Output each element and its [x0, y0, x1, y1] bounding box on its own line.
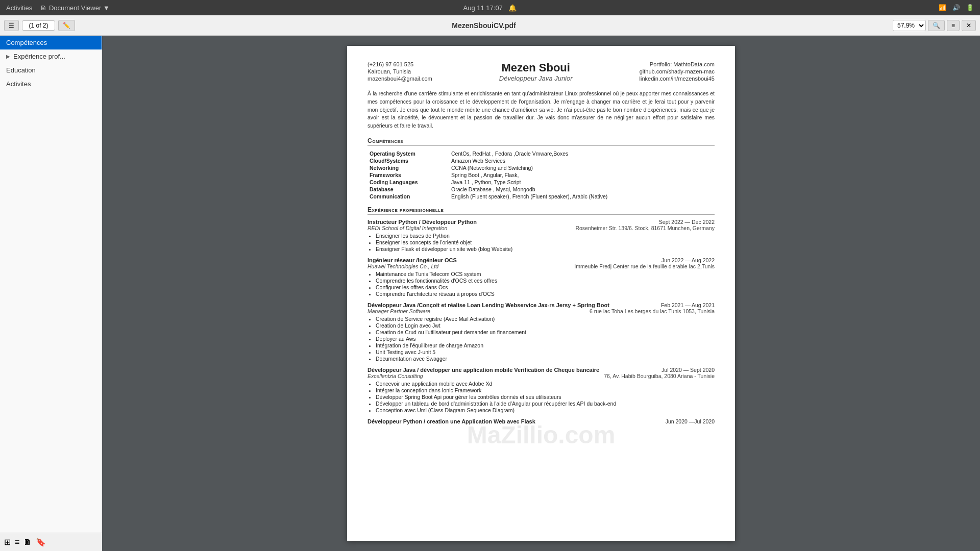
exp-bullet: Concevoir une application mobile avec Ad…: [376, 381, 715, 387]
document-title: MezenSbouiCV.pdf: [452, 21, 516, 30]
skill-label: Coding Languages: [368, 179, 449, 186]
exp-bullet: Maintenance de Tunis Telecom OCS system: [376, 271, 715, 277]
cv-contact: (+216) 97 601 525 Kairouan, Tunisia maze…: [368, 61, 432, 83]
experience-item: Développeur Java / développer une applic…: [368, 367, 715, 413]
skill-label: Database: [368, 186, 449, 193]
skill-value: CentOs, RedHat , Fedora ,Oracle Vmware,B…: [449, 150, 715, 157]
sidebar-toggle-btn[interactable]: ☰: [4, 20, 19, 31]
exp-bullet: Documentation avec Swagger: [376, 356, 715, 362]
skill-label: Operating System: [368, 150, 449, 157]
exp-title: Instructeur Python / Développeur Python: [368, 219, 477, 225]
cv-city: Kairouan, Tunisia: [368, 68, 432, 74]
sidebar-item-activites[interactable]: Activites: [0, 77, 102, 91]
cv-experience-section: Expérience professionnelle Instructeur P…: [368, 206, 715, 424]
exp-bullet: Deployer au Aws: [376, 336, 715, 342]
exp-bullet: Creation de Crud ou l'utilisateur peut d…: [376, 329, 715, 335]
skill-label: Networking: [368, 164, 449, 171]
exp-bullet: Creation de Service registre (Avec Mail …: [376, 316, 715, 322]
skill-value: English (Fluent speaker), French (Fluent…: [449, 193, 715, 200]
close-btn[interactable]: ✕: [962, 20, 976, 31]
exp-title: Développeur Python / creation une Applic…: [368, 418, 535, 424]
exp-bullet: Enseigner les concepts de l'orienté obje…: [376, 239, 715, 245]
skill-value: CCNA (Networking and Switching): [449, 164, 715, 171]
skill-value: Spring Boot , Angular, Flask,: [449, 171, 715, 179]
cv-portfolio: Portfolio: MathtoData.com: [640, 61, 715, 67]
skill-label: Communication: [368, 193, 449, 200]
exp-date: Jun 2022 — Aug 2022: [662, 257, 715, 263]
zoom-select[interactable]: 57.9%: [893, 20, 926, 31]
sidebar-item-education[interactable]: Education: [0, 63, 102, 77]
cv-phone: (+216) 97 601 525: [368, 61, 432, 67]
exp-header: Instructeur Python / Développeur Python …: [368, 219, 715, 225]
toolbar: ☰ (1 of 2) ✏️ MezenSbouiCV.pdf 57.9% 🔍 ≡…: [0, 15, 980, 36]
experience-item: Ingénieur réseaur /Ingénieur OCS Jun 202…: [368, 257, 715, 297]
exp-bullet: Configurer les offres dans Ocs: [376, 284, 715, 290]
menu-btn[interactable]: ≡: [947, 20, 960, 31]
app-menu[interactable]: 🗎 Document Viewer ▼: [40, 4, 110, 12]
app-chevron: ▼: [103, 4, 110, 12]
activities-menu[interactable]: Activities: [6, 4, 32, 12]
exp-org-location: REDI School of Digital Integration Rosen…: [368, 225, 715, 231]
skill-label: Frameworks: [368, 171, 449, 179]
exp-bullets: Maintenance de Tunis Telecom OCS systemC…: [376, 271, 715, 297]
edit-btn[interactable]: ✏️: [58, 20, 75, 31]
exp-date: Jul 2020 — Sept 2020: [662, 367, 715, 373]
exp-org: Excellentzia Consulting: [368, 373, 423, 379]
cv-links: Portfolio: MathtoData.com github.com/sha…: [640, 61, 715, 83]
sidebar-item-label: Expérience prof...: [13, 53, 65, 60]
cv-github: github.com/shady-mazen-mac: [640, 68, 715, 74]
cv-name: Mezen Sboui: [499, 61, 573, 74]
cv-linkedin: linkedin.com/in/mezensboui45: [640, 76, 715, 82]
battery-icon: 🔋: [966, 4, 974, 11]
exp-header: Développeur Python / creation une Applic…: [368, 418, 715, 424]
skill-value: Oracle Database , Mysql, Mongodb: [449, 186, 715, 193]
exp-org: Huawei Technologies Co., Ltd: [368, 263, 438, 269]
page-view-icon[interactable]: 🗎: [23, 538, 32, 547]
exp-bullet: Comprendre les fonctionnalités d'OCS et …: [376, 278, 715, 284]
exp-bullet: Développer un tableau de bord d'administ…: [376, 400, 715, 407]
bookmark-icon[interactable]: 🔖: [36, 537, 46, 547]
sidebar-item-label: Compétences: [6, 39, 47, 46]
competences-section-title: Compétences: [368, 137, 715, 146]
app-icon: 🗎: [40, 4, 47, 12]
skill-row: DatabaseOracle Database , Mysql, Mongodb: [368, 186, 715, 193]
watermark: MaZillio.com: [467, 421, 616, 449]
content-area[interactable]: (+216) 97 601 525 Kairouan, Tunisia maze…: [102, 36, 980, 551]
exp-header: Développeur Java /Conçoit et réalise Loa…: [368, 302, 715, 308]
exp-bullet: Intégrer la conception dans Ionic Framew…: [376, 387, 715, 393]
exp-bullet: Conception avec Uml (Class Diagram-Seque…: [376, 407, 715, 413]
experience-item: Développeur Java /Conçoit et réalise Loa…: [368, 302, 715, 362]
exp-bullet: Intégration de l'équilibreur de charge A…: [376, 342, 715, 348]
exp-location: Rosenheimer Str. 139/6. Stock, 81671 Mün…: [575, 225, 715, 231]
exp-date: Sept 2022 — Dec 2022: [659, 219, 715, 225]
sidebar-item-experience[interactable]: ▶ Expérience prof...: [0, 49, 102, 63]
exp-location: 76, Av. Habib Bourguiba, 2080 Ariana - T…: [604, 373, 715, 379]
skill-row: Cloud/SystemsAmazon Web Services: [368, 157, 715, 164]
page-input[interactable]: (1 of 2): [22, 20, 55, 31]
exp-bullet: Développer Spring Boot Api pour gérer le…: [376, 394, 715, 400]
sidebar-item-label: Activites: [6, 80, 31, 88]
sidebar-item-competences[interactable]: Compétences: [0, 36, 102, 49]
cv-summary: À la recherche d'une carrière stimulante…: [368, 90, 715, 130]
exp-location: 6 rue lac Toba Les berges du lac Tunis 1…: [590, 308, 715, 314]
skill-row: FrameworksSpring Boot , Angular, Flask,: [368, 171, 715, 179]
pdf-page: (+216) 97 601 525 Kairouan, Tunisia maze…: [347, 46, 735, 541]
grid-view-icon[interactable]: ⊞: [4, 537, 11, 547]
page-display: (1 of 2): [29, 22, 48, 29]
datetime: Aug 11 17:07: [463, 4, 503, 12]
sidebar-item-label: Education: [6, 66, 36, 74]
exp-title: Développeur Java / développer une applic…: [368, 367, 599, 373]
exp-bullet: Unit Testing avec J-unit 5: [376, 349, 715, 355]
sidebar: Compétences ▶ Expérience prof... Educati…: [0, 36, 102, 551]
skill-value: Amazon Web Services: [449, 157, 715, 164]
skill-value: Java 11 , Python, Type Script: [449, 179, 715, 186]
skill-row: Coding LanguagesJava 11 , Python, Type S…: [368, 179, 715, 186]
search-btn[interactable]: 🔍: [928, 20, 945, 31]
exp-bullets: Enseigner les bases de PythonEnseigner l…: [376, 233, 715, 252]
exp-title: Ingénieur réseaur /Ingénieur OCS: [368, 257, 457, 263]
list-view-icon[interactable]: ≡: [15, 538, 19, 547]
sidebar-bottom: ⊞ ≡ 🗎 🔖: [0, 533, 102, 551]
skill-row: Operating SystemCentOs, RedHat , Fedora …: [368, 150, 715, 157]
experience-item: Instructeur Python / Développeur Python …: [368, 219, 715, 252]
top-bar: Activities 🗎 Document Viewer ▼ Aug 11 17…: [0, 0, 980, 15]
